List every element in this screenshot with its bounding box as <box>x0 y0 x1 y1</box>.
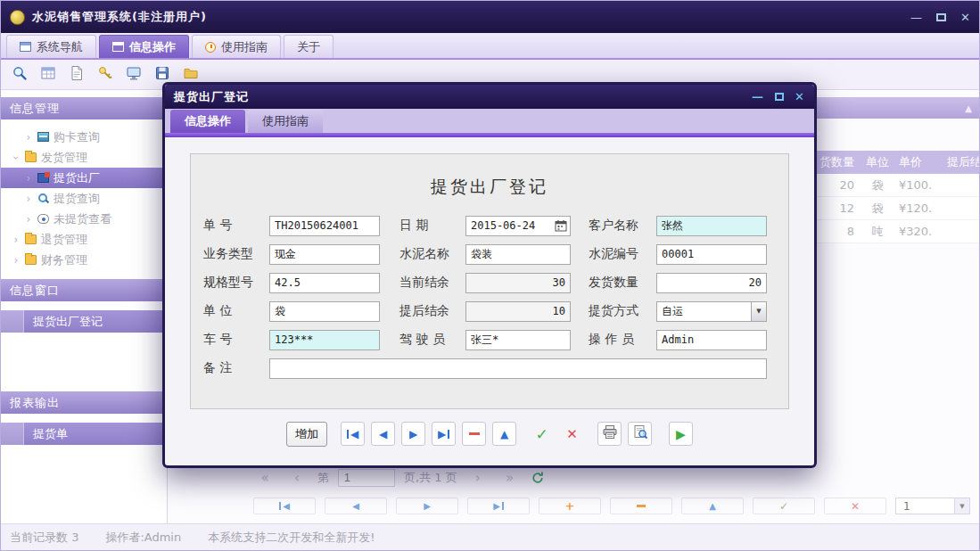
cross-icon: ✕ <box>851 501 860 512</box>
nav-last-button[interactable]: ▶ <box>432 422 456 446</box>
toolbar-search-button[interactable] <box>8 63 30 86</box>
input-biz-type[interactable] <box>269 244 380 265</box>
menu-tab-system-nav[interactable]: 系统导航 <box>6 35 96 58</box>
rec-post-button[interactable]: ✓ <box>753 498 815 514</box>
rec-edit-button[interactable]: ▲ <box>681 498 744 514</box>
page-prev-button[interactable]: ‹ <box>285 470 309 486</box>
section-title: 报表输出 <box>10 395 60 411</box>
tree-item-label: 提货出厂 <box>54 170 100 186</box>
sidebar-item-delivery-mgmt[interactable]: › 发货管理 <box>1 147 167 168</box>
rec-next-button[interactable]: ▶ <box>396 498 458 514</box>
tree-item-label: 提货查询 <box>54 191 100 207</box>
sidebar-item-pickup-slip[interactable]: 提货单 <box>1 423 167 445</box>
input-remark[interactable] <box>269 358 767 379</box>
calendar-button[interactable] <box>553 218 569 234</box>
close-icon[interactable]: ✕ <box>795 91 805 103</box>
input-spec[interactable] <box>269 273 380 293</box>
add-button[interactable]: 增加 <box>286 422 327 447</box>
date-field <box>465 216 571 236</box>
nav-prev-icon: ◀ <box>379 429 387 440</box>
rec-append-button[interactable]: + <box>539 498 601 514</box>
search-icon <box>12 65 28 85</box>
rec-delete-button[interactable] <box>610 498 672 514</box>
sidebar-tree: › 购卡查询 › 发货管理 › 提货出厂 › 提货查询 <box>1 119 167 279</box>
dialog-tabbar: 信息操作 使用指南 <box>165 109 814 133</box>
rec-last-button[interactable]: ▶ <box>467 498 530 514</box>
sidebar-section-info-mgmt[interactable]: 信息管理 <box>1 97 167 119</box>
toolbar-monitor-button[interactable] <box>122 63 144 86</box>
input-unit[interactable] <box>269 301 380 322</box>
chevron-right-icon: › <box>24 213 33 226</box>
page-last-button[interactable]: » <box>498 470 522 486</box>
nav-first-icon: ◀ <box>350 429 358 440</box>
input-balance-after[interactable] <box>465 301 571 322</box>
nav-next-button[interactable]: ▶ <box>401 422 425 446</box>
sidebar-item-return-mgmt[interactable]: › 退货管理 <box>1 229 167 250</box>
input-cement-name[interactable] <box>465 244 571 265</box>
input-order-no[interactable] <box>269 216 380 236</box>
cell-price: ¥320. <box>897 225 947 238</box>
rec-prev-button[interactable]: ◀ <box>325 498 387 514</box>
dialog-footer: 增加 ◀ ◀ ▶ ▶ ▲ ✓ ✕ ▶ <box>190 409 789 465</box>
input-ship-qty[interactable] <box>656 273 767 293</box>
folder-icon <box>25 234 37 244</box>
status-message: 本系统支持二次开发和全新开发! <box>208 530 375 546</box>
delete-button[interactable] <box>462 422 486 446</box>
sidebar-item-card-query[interactable]: › 购卡查询 <box>1 127 167 147</box>
label-biz-type: 业务类型 <box>203 246 269 262</box>
label-date: 日 期 <box>399 218 465 234</box>
refresh-button[interactable] <box>531 470 547 486</box>
toolbar-table-button[interactable] <box>37 63 59 86</box>
sidebar-item-pickup-exit[interactable]: › 提货出厂 <box>1 168 167 188</box>
dialog-tab-guide[interactable]: 使用指南 <box>248 110 323 133</box>
rec-cancel-button[interactable]: ✕ <box>824 498 886 514</box>
sidebar-item-unpicked-view[interactable]: › 未提货查看 <box>1 209 167 229</box>
column-header: 单位 <box>858 154 897 170</box>
toolbar-document-button[interactable] <box>65 63 87 86</box>
sidebar-item-pickup-query[interactable]: › 提货查询 <box>1 188 167 209</box>
rec-count-select[interactable]: 1 ▼ <box>895 498 970 514</box>
minimize-icon[interactable]: — <box>910 12 922 23</box>
input-operator[interactable] <box>656 330 767 350</box>
edit-button[interactable]: ▲ <box>492 422 516 446</box>
menu-tab-info-ops[interactable]: 信息操作 <box>99 35 189 58</box>
input-cement-no[interactable] <box>656 244 767 265</box>
nav-prev-button[interactable]: ◀ <box>371 422 395 446</box>
maximize-icon[interactable] <box>936 13 946 21</box>
sidebar-section-report-output[interactable]: 报表输出 <box>1 391 167 414</box>
menu-tab-about[interactable]: 关于 <box>284 35 334 58</box>
minimize-icon[interactable]: — <box>752 91 764 103</box>
print-button[interactable] <box>597 422 622 446</box>
nav-first-button[interactable]: ◀ <box>341 422 365 446</box>
triangle-up-icon: ▲ <box>709 502 716 511</box>
run-button[interactable]: ▶ <box>669 422 693 446</box>
dialog-body: 提货出厂登记 单 号 日 期 客户名称 业务类型 <box>165 137 814 465</box>
page-next-button[interactable]: › <box>466 470 490 486</box>
cancel-button[interactable]: ✕ <box>560 422 584 446</box>
page-input[interactable] <box>338 469 395 487</box>
input-truck-no[interactable] <box>269 330 380 350</box>
sidebar-item-finance-mgmt[interactable]: › 财务管理 <box>1 250 167 270</box>
rec-first-button[interactable]: ◀ <box>253 498 316 514</box>
chevron-down-icon[interactable]: ▼ <box>751 302 766 321</box>
preview-button[interactable] <box>628 422 652 446</box>
pickup-mode-select[interactable]: ▼ <box>656 301 767 322</box>
toolbar-key-button[interactable] <box>94 63 116 86</box>
menu-tab-guide[interactable]: 使用指南 <box>192 35 281 58</box>
app-logo-icon <box>10 10 25 25</box>
sidebar-section-info-window[interactable]: 信息窗口 <box>1 279 167 301</box>
input-balance-now[interactable] <box>465 273 571 293</box>
maximize-icon[interactable] <box>775 93 784 101</box>
close-icon[interactable]: ✕ <box>960 12 970 23</box>
tree-item-label: 发货管理 <box>41 150 87 166</box>
input-customer[interactable] <box>656 216 767 236</box>
label-unit: 单 位 <box>203 303 269 319</box>
confirm-button[interactable]: ✓ <box>530 422 554 446</box>
item-strip <box>1 423 24 445</box>
sidebar: 信息管理 › 购卡查询 › 发货管理 › 提货出厂 <box>1 90 168 523</box>
dialog-tab-info-ops[interactable]: 信息操作 <box>170 110 245 133</box>
page-prefix-label: 第 <box>317 470 329 486</box>
sidebar-item-pickup-exit-register[interactable]: 提货出厂登记 <box>1 310 167 333</box>
input-driver[interactable] <box>465 330 571 350</box>
page-first-button[interactable]: « <box>253 470 276 486</box>
